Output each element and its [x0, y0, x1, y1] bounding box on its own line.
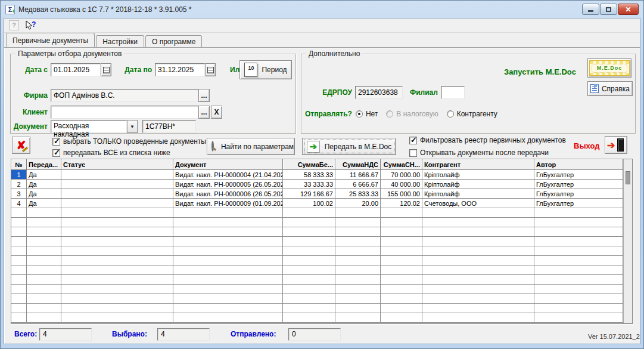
table-cell [61, 199, 173, 208]
tab-settings[interactable]: Настройки [96, 35, 144, 47]
date-from-calendar-button[interactable] [101, 63, 111, 76]
table-cell [534, 294, 623, 304]
checkbox-only-posted[interactable] [52, 138, 60, 146]
firm-label: Фирма [11, 91, 48, 100]
table-cell: 120.02 [381, 199, 422, 208]
tab-primary-documents[interactable]: Первичные документы [6, 33, 95, 47]
radio-send-tax[interactable] [386, 110, 393, 118]
table-row[interactable] [11, 237, 632, 246]
close-button[interactable]: ✕ [618, 4, 639, 15]
total-label: Всего: [14, 330, 37, 338]
table-row[interactable] [11, 285, 632, 294]
vertical-scrollbar[interactable] [623, 159, 632, 323]
table-cell [283, 313, 335, 323]
help-book-icon [590, 84, 599, 93]
checkbox-send-all[interactable] [52, 149, 60, 157]
table-row[interactable] [11, 304, 632, 313]
maximize-button[interactable] [600, 4, 617, 15]
radio-send-tax-label: В налоговую [396, 110, 438, 118]
table-cell [27, 237, 61, 246]
table-header-cell[interactable]: Статус [61, 159, 173, 170]
minimize-button[interactable] [582, 4, 599, 15]
table-cell [61, 265, 173, 275]
client-browse-button[interactable]: ... [198, 106, 210, 119]
send-question-label: Отправлять? [305, 110, 352, 118]
table-cell [173, 294, 283, 304]
table-header-cell[interactable]: Переда... [27, 159, 61, 170]
filter-group-title: Параметры отбора документов [15, 50, 124, 58]
table-row[interactable] [11, 275, 632, 285]
table-header-cell[interactable]: СуммаСН... [381, 159, 422, 170]
table-row[interactable]: 4ДаВидат. накл. РН-0000009 (01.09.202510… [11, 199, 632, 208]
table-cell: 100.02 [283, 199, 335, 208]
firm-browse-button[interactable]: ... [198, 89, 210, 102]
table-header-cell[interactable]: СуммаБе... [283, 159, 335, 170]
table-cell [335, 294, 381, 304]
app-icon-plus: + [12, 7, 15, 16]
chevron-down-icon[interactable]: ▼ [127, 120, 138, 133]
checkbox-open-after[interactable] [409, 149, 417, 157]
branch-input[interactable] [441, 86, 465, 99]
checkbox-filter-registry[interactable] [409, 137, 417, 144]
table-cell: Да [27, 189, 61, 199]
table-row[interactable]: 1ДаВидат. накл. РН-0000004 (21.04.202558… [11, 170, 632, 180]
table-cell: 25 833.33 [335, 189, 381, 199]
table-cell [11, 285, 27, 294]
client-clear-button[interactable]: X [211, 106, 222, 119]
table-row[interactable] [11, 218, 632, 227]
scrollbar-thumb[interactable] [626, 171, 630, 184]
table-row[interactable]: 3ДаВидат. накл. РН-0000006 (26.05.202512… [11, 189, 632, 199]
launch-medoc-button[interactable]: M.E.Doc [587, 58, 631, 78]
table-cell: 11 666.67 [335, 170, 381, 180]
table-cell: ГлБухгалтер [534, 170, 623, 180]
date-to-input[interactable] [155, 63, 205, 76]
period-button[interactable]: 10 Период [239, 60, 292, 79]
table-row[interactable] [11, 294, 632, 304]
table-cell: ГлБухгалтер [534, 189, 623, 199]
help-button[interactable]: Справка [587, 81, 633, 96]
context-help-icon[interactable]: ? [25, 20, 36, 31]
firm-input[interactable] [51, 89, 198, 102]
table-row[interactable] [11, 256, 632, 265]
table-cell [534, 285, 623, 294]
radio-send-no-label: Нет [366, 110, 378, 118]
edrpou-input[interactable] [355, 86, 403, 99]
document-type-select[interactable]: Расходная накладная ▼ [51, 120, 138, 133]
help-topics-icon[interactable]: ? [9, 20, 19, 30]
tab-about[interactable]: О программе [145, 35, 202, 47]
clear-list-button[interactable]: ✘ [12, 137, 30, 154]
table-header-cell[interactable]: № [11, 159, 27, 170]
table-header-cell[interactable]: Документ [173, 159, 283, 170]
table-cell [11, 237, 27, 246]
table-cell [11, 208, 27, 218]
table-row[interactable] [11, 313, 632, 323]
table-row[interactable] [11, 208, 632, 218]
send-to-medoc-button[interactable]: ➔ Передать в M.E.Doc [302, 138, 396, 155]
table-header-cell[interactable]: Автор [534, 159, 623, 170]
table-row[interactable]: 2ДаВидат. накл. РН-0000005 (26.05.202533… [11, 180, 632, 189]
table-row[interactable] [11, 246, 632, 256]
table-cell [422, 246, 534, 256]
table-cell [422, 237, 534, 246]
table-cell [422, 275, 534, 285]
client-input[interactable] [51, 106, 198, 119]
table-cell [61, 189, 173, 199]
document-mask-input[interactable] [142, 120, 196, 133]
table-cell [381, 313, 422, 323]
table-cell [422, 304, 534, 313]
date-from-input[interactable] [51, 63, 101, 76]
table-header-cell[interactable]: Контрагент [422, 159, 534, 170]
table-row[interactable] [11, 227, 632, 237]
extra-group-title: Дополнительно [306, 50, 362, 58]
table-cell [283, 246, 335, 256]
table-header-cell[interactable]: СуммаНДС [335, 159, 381, 170]
table-cell [534, 208, 623, 218]
table-cell [422, 208, 534, 218]
radio-send-counterparty[interactable] [447, 110, 454, 118]
radio-send-no[interactable] [356, 110, 363, 118]
exit-button[interactable]: ➔ [605, 136, 627, 154]
find-button[interactable]: Найти по параметрам [207, 138, 295, 155]
table-row[interactable] [11, 265, 632, 275]
date-to-calendar-button[interactable] [205, 63, 216, 76]
table-cell: 33 333.33 [283, 180, 335, 189]
